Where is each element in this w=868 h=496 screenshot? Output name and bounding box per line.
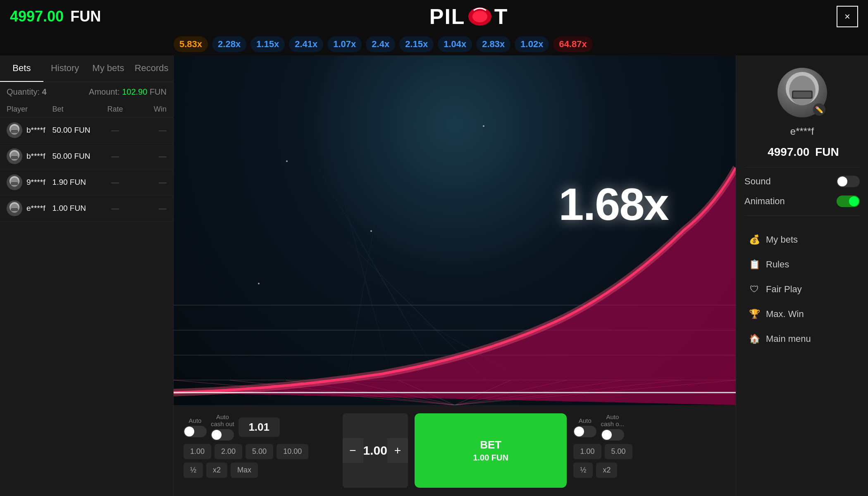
x2-btn-2[interactable]: x2 [596, 463, 617, 478]
tab-my-bets[interactable]: My bets [87, 55, 130, 82]
avatar [7, 122, 22, 138]
player-cell: e****f [7, 200, 52, 216]
main-menu-label: Main menu [766, 334, 811, 344]
quick-1-btn-2[interactable]: 1.00 [573, 444, 601, 459]
quantity-label: Quantity: 4 [7, 87, 47, 97]
menu-item-rules[interactable]: 📋 Rules [744, 253, 860, 276]
auto-toggle-group-2: Auto [573, 417, 596, 437]
multiplier-display: 1.68x [559, 178, 668, 230]
table-row: b****f 50.00 FUN — — [0, 117, 173, 143]
bet-amount-label: 1.00 FUN [473, 452, 508, 463]
quick-amounts-1: 1.00 2.00 5.00 10.00 [184, 444, 336, 459]
mult-badge[interactable]: 2.83x [476, 36, 510, 52]
mult-badge[interactable]: 1.02x [515, 36, 549, 52]
close-button[interactable]: × [837, 6, 858, 27]
table-row: 9****f 1.90 FUN — — [0, 169, 173, 196]
amount-section: − 1.00 + [343, 413, 408, 488]
tab-history[interactable]: History [43, 55, 87, 82]
user-balance-amount: 4997.00 [768, 145, 809, 158]
menu-item-main-menu[interactable]: 🏠 Main menu [744, 327, 860, 351]
amount-decrease[interactable]: − [343, 438, 363, 463]
tab-bets[interactable]: Bets [0, 55, 43, 82]
mult-badge[interactable]: 2.4x [366, 36, 395, 52]
tabs: BetsHistoryMy betsRecords [0, 55, 173, 82]
table-row: e****f 1.00 FUN — — [0, 196, 173, 222]
rules-label: Rules [766, 259, 789, 270]
my-bets-icon: 💰 [749, 234, 760, 246]
logo: PIL T [429, 4, 508, 29]
auto-cashout-toggle-2[interactable] [601, 429, 624, 441]
auto-cashout-label-2: Autocash o... [601, 413, 624, 427]
avatar [7, 174, 22, 190]
player-cell: b****f [7, 148, 52, 164]
action-btns-2: ½ x2 [573, 463, 726, 478]
mult-badge[interactable]: 2.28x [212, 36, 246, 52]
mult-badge[interactable]: 2.41x [289, 36, 323, 52]
mult-badge[interactable]: 5.83x [174, 36, 208, 52]
player-cell: 9****f [7, 174, 52, 190]
max-btn-1[interactable]: Max [231, 463, 258, 478]
rate-cell: — [98, 178, 132, 187]
menu-item-max-win[interactable]: 🏆 Max. Win [744, 303, 860, 326]
half-btn-1[interactable]: ½ [184, 463, 203, 478]
rate-cell: — [98, 152, 132, 161]
bet-button[interactable]: BET 1.00 FUN [415, 413, 567, 488]
bet-panel-1: Auto Autocash out 1.00 2 [184, 413, 336, 488]
mult-badge[interactable]: 1.15x [250, 36, 285, 52]
action-btns-1: ½ x2 Max [184, 463, 336, 478]
x2-btn-1[interactable]: x2 [206, 463, 227, 478]
col-player-header: Player [7, 105, 52, 114]
mult-badge[interactable]: 64.87x [553, 36, 592, 52]
quick-2-btn[interactable]: 2.00 [215, 444, 242, 459]
bets-list: b****f 50.00 FUN — — b****f 50.00 FUN — … [0, 117, 173, 222]
bet-label: BET [480, 438, 501, 452]
rules-icon: 📋 [749, 259, 760, 270]
center-area: 1.68x Auto Autocash out [174, 55, 736, 496]
amount-increase[interactable]: + [387, 438, 408, 463]
mult-badge[interactable]: 1.04x [438, 36, 472, 52]
amount-value: 1.00 [363, 444, 387, 458]
quick-10-btn[interactable]: 10.00 [277, 444, 308, 459]
logo-icon [465, 4, 494, 29]
auto-toggle-2[interactable] [573, 426, 596, 437]
rate-cell: — [98, 126, 132, 135]
auto-cashout-toggle-1[interactable] [211, 429, 234, 441]
divider-1 [744, 167, 860, 167]
username: e****f [790, 126, 814, 137]
tab-records[interactable]: Records [130, 55, 173, 82]
auto-cashout-toggle-group-1: Autocash out [211, 413, 234, 441]
fair-play-label: Fair Play [766, 284, 802, 295]
avatar-container: ✏️ [777, 68, 827, 117]
edit-avatar-btn[interactable]: ✏️ [813, 103, 825, 116]
menu-items: 💰 My bets 📋 Rules 🛡 Fair Play 🏆 Max. Win… [744, 228, 860, 351]
col-win-header: Win [132, 105, 167, 114]
max-win-icon: 🏆 [749, 308, 760, 320]
menu-item-my-bets[interactable]: 💰 My bets [744, 228, 860, 251]
multiplier-input-1[interactable] [238, 417, 280, 437]
bet-cell: 50.00 FUN [52, 126, 98, 135]
sound-toggle[interactable] [837, 176, 860, 187]
table-row: b****f 50.00 FUN — — [0, 143, 173, 169]
half-btn-2[interactable]: ½ [573, 463, 593, 478]
bet-cell: 50.00 FUN [52, 152, 98, 161]
table-header: Player Bet Rate Win [0, 102, 173, 117]
quick-1-btn[interactable]: 1.00 [184, 444, 211, 459]
col-bet-header: Bet [52, 105, 98, 114]
divider-2 [744, 215, 860, 216]
header: 4997.00 FUN PIL T × [0, 0, 868, 33]
quick-5-btn-2[interactable]: 5.00 [605, 444, 632, 459]
auto-toggle-1[interactable] [184, 426, 207, 437]
quick-5-btn[interactable]: 5.00 [246, 444, 273, 459]
menu-item-fair-play[interactable]: 🛡 Fair Play [744, 278, 860, 301]
right-panel: ✏️ e****f 4997.00 FUN Sound Animation 💰 … [736, 55, 868, 496]
my-bets-label: My bets [766, 234, 798, 245]
game-canvas: 1.68x [174, 55, 736, 405]
win-cell: — [132, 178, 167, 187]
animation-toggle[interactable] [837, 196, 860, 207]
svg-rect-5 [12, 131, 17, 132]
mult-badge[interactable]: 2.15x [399, 36, 434, 52]
svg-rect-13 [12, 183, 17, 184]
svg-rect-36 [793, 92, 811, 98]
sound-label: Sound [744, 176, 771, 187]
mult-badge[interactable]: 1.07x [327, 36, 362, 52]
